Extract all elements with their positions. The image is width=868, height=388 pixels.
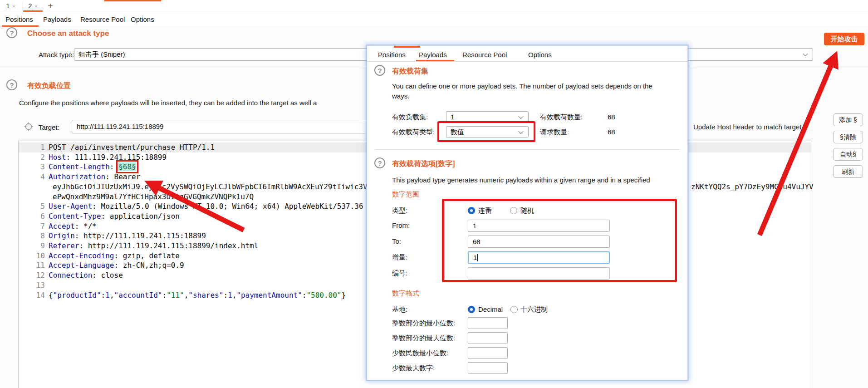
payload-sets-description-2: ways. [392,91,409,101]
step-label: 增量: [392,251,407,263]
top-window-accent [104,0,161,1]
active-tab-underline [2,25,39,27]
add-marker-button[interactable]: 添加 § [833,113,863,126]
radio-random[interactable] [510,207,517,214]
panel-tab-positions[interactable]: Positions [378,48,406,62]
help-icon[interactable]: ? [6,27,17,38]
radio-sequential-label[interactable]: 连番 [478,205,492,216]
radio-random-label[interactable]: 随机 [520,205,534,216]
step-input[interactable]: 1 [468,251,610,264]
target-crosshair-icon [24,122,34,132]
payload-set-select[interactable]: 1 [446,111,529,123]
radio-sequential[interactable] [468,207,475,214]
request-count-value: 68 [608,126,615,138]
new-tab-button[interactable]: + [44,0,56,12]
from-label: From: [392,220,410,231]
from-input[interactable]: 1 [468,220,610,232]
token-fragment: zNKtYQQ2s_pY7DzEy9MCwu4VuJYV [691,182,814,192]
attack-tab-1[interactable]: 1× [0,0,21,12]
payload-position-marker[interactable]: §68§ [118,162,136,171]
top-tab-bar: 1× 2× + [0,0,868,12]
chevron-down-icon [803,51,808,56]
intruder-sub-tabs: Positions Payloads Resource Pool Options [0,12,868,27]
help-icon[interactable]: ? [374,157,385,168]
refresh-button[interactable]: 刷新 [833,165,863,178]
radio-hex[interactable] [510,306,518,313]
panel-tab-bar: Positions Payloads Resource Pool Options [367,48,687,62]
tab-resource-pool[interactable]: Resource Pool [80,12,125,27]
help-icon[interactable]: ? [6,79,17,90]
number-range-title: 数字范围 [392,190,419,199]
close-tab-icon[interactable]: × [12,4,15,9]
payload-type-select[interactable]: 数值 [446,126,529,138]
min-fraction-digits-input[interactable] [468,347,508,359]
min-integer-digits-input[interactable] [468,317,508,329]
payload-count-value: 68 [608,111,615,123]
payload-options-description: This payload type generates numeric payl… [392,175,682,185]
text-cursor [477,254,478,261]
auto-marker-button[interactable]: 自动§ [833,148,863,161]
positions-section-title: 有效负载位置 [27,81,71,91]
number-input[interactable] [468,267,610,280]
to-label: To: [392,236,401,247]
payloads-panel: Positions Payloads Resource Pool Options… [367,45,688,380]
min-fraction-digits-label: 少数民族最小位数: [392,347,448,359]
radio-hex-label[interactable]: 十六进制 [520,304,548,315]
chevron-down-icon [518,114,523,119]
chevron-down-icon [518,129,523,134]
attack-tab-2[interactable]: 2× [22,0,44,12]
close-tab-icon[interactable]: × [34,4,37,9]
radio-decimal-label[interactable]: Decimal [478,304,503,315]
panel-top-accent [394,46,420,48]
max-fraction-digits-input[interactable] [468,362,508,374]
max-integer-digits-label: 整数部分的最大位数: [392,332,455,344]
panel-tab-resource-pool[interactable]: Resource Pool [462,48,507,62]
number-format-title: 数字格式 [392,289,419,298]
attack-type-label: Attack type: [39,51,74,59]
update-host-header-label[interactable]: Update Host header to match target [693,123,801,131]
number-format-label: 编号: [392,267,407,279]
target-label: Target: [39,123,59,131]
positions-description: Configure the positions where payloads w… [19,99,317,107]
min-integer-digits-label: 整数部分的最小位数: [392,317,455,329]
payload-set-label: 有效负载集: [392,111,428,123]
payload-options-title: 有效载荷选项[数字] [392,159,455,169]
burp-intruder-window: 1× 2× + Positions Payloads Resource Pool… [0,0,868,388]
payload-sets-title: 有效载荷集 [392,67,428,76]
type-label: 类型: [392,205,407,216]
help-icon[interactable]: ? [374,65,385,76]
request-count-label: 请求数量: [540,126,569,138]
max-integer-digits-input[interactable] [468,332,508,344]
tab-options[interactable]: Options [131,12,154,27]
base-label: 基地: [392,304,407,315]
tab-payloads[interactable]: Payloads [43,12,71,27]
panel-tab-options[interactable]: Options [528,48,552,62]
start-attack-button[interactable]: 开始攻击 [824,33,864,45]
to-input[interactable]: 68 [468,236,610,248]
panel-active-tab-underline [416,60,454,61]
payload-sets-description: You can define one or more payload sets.… [392,81,682,91]
attack-type-section-title: Choose an attack type [27,29,109,38]
payload-count-label: 有效载荷数量: [540,111,583,123]
payload-type-label: 有效载荷类型: [392,126,435,138]
max-fraction-digits-label: 少数最大数字: [392,362,435,374]
panel-divider [375,149,680,150]
radio-decimal[interactable] [468,306,475,313]
clear-marker-button[interactable]: §清除 [833,131,863,143]
